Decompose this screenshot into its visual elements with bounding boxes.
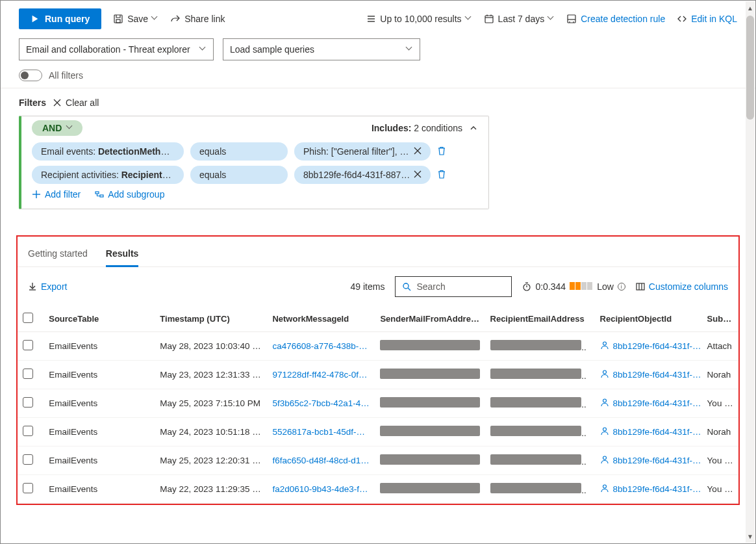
person-icon xyxy=(600,484,609,495)
delete-condition-button[interactable] xyxy=(437,170,446,181)
clear-all-button[interactable]: Clear all xyxy=(53,97,99,108)
scroll-up-icon[interactable]: ▲ xyxy=(746,1,755,14)
cell-network-message-id[interactable]: fa2d0610-9b43-4de3-f7… xyxy=(267,475,375,504)
add-subgroup-button[interactable]: Add subgroup xyxy=(95,189,164,200)
run-query-button[interactable]: Run query xyxy=(19,8,101,29)
add-filter-button[interactable]: Add filter xyxy=(32,189,81,200)
close-icon[interactable] xyxy=(414,146,422,157)
column-header[interactable]: RecipientObjectId xyxy=(595,306,702,332)
share-link-button[interactable]: Share link xyxy=(170,14,225,24)
condition-value-pill[interactable]: 8bb129fe-f6d4-431f-8872… xyxy=(294,166,431,184)
table-row[interactable]: EmailEventsMay 24, 2023 10:51:18 PM55268… xyxy=(18,418,738,447)
table-row[interactable]: EmailEventsMay 28, 2023 10:03:40 PMca476… xyxy=(18,332,738,361)
cell-recipient-email: .. xyxy=(485,475,595,504)
share-icon xyxy=(170,14,181,24)
cell-source: EmailEvents xyxy=(44,447,155,475)
row-checkbox[interactable] xyxy=(18,475,44,504)
row-checkbox[interactable] xyxy=(18,332,44,361)
customize-columns-label: Customize columns xyxy=(649,281,728,292)
condition-operator-pill[interactable]: equals xyxy=(190,166,288,184)
table-row[interactable]: EmailEventsMay 25, 2023 7:15:10 PM5f3b65… xyxy=(18,389,738,418)
customize-columns-button[interactable]: Customize columns xyxy=(636,281,728,292)
cell-recipient-object-id[interactable]: 8bb129fe-f6d4-431f-… xyxy=(595,475,702,504)
export-button[interactable]: Export xyxy=(28,281,67,292)
delete-condition-button[interactable] xyxy=(437,146,446,157)
table-row[interactable]: EmailEventsMay 23, 2023 12:31:33 PM97122… xyxy=(18,361,738,389)
cell-subject: You ha xyxy=(702,389,738,418)
collapse-icon[interactable] xyxy=(469,123,478,133)
time-range-dropdown[interactable]: Last 7 days xyxy=(484,14,555,24)
condition-field-pill[interactable]: Email events: DetectionMethods xyxy=(32,142,184,161)
cell-recipient-email: .. xyxy=(485,361,595,389)
cell-recipient-object-id[interactable]: 8bb129fe-f6d4-431f-… xyxy=(595,447,702,475)
save-label: Save xyxy=(127,14,148,24)
condition-value-pill[interactable]: Phish: ["General filter"], Sp… xyxy=(294,142,431,161)
cell-recipient-object-id[interactable]: 8bb129fe-f6d4-431f-… xyxy=(595,418,702,447)
cell-network-message-id[interactable]: f6fac650-d48f-48cd-d1f… xyxy=(267,447,375,475)
results-search-input[interactable]: Search xyxy=(395,276,512,297)
cell-sender xyxy=(375,447,485,475)
results-limit-label: Up to 10,000 results xyxy=(380,14,461,24)
cell-timestamp: May 22, 2023 11:29:35 PM xyxy=(155,475,267,504)
cell-recipient-email: .. xyxy=(485,389,595,418)
group-operator-pill[interactable]: AND xyxy=(32,120,82,136)
scroll-thumb[interactable] xyxy=(746,16,754,120)
cell-sender xyxy=(375,389,485,418)
column-header[interactable]: NetworkMessageId xyxy=(267,306,375,332)
svg-point-35 xyxy=(603,428,606,431)
chevron-down-icon xyxy=(152,16,158,22)
includes-summary: Includes: 2 conditions xyxy=(372,123,462,133)
code-icon xyxy=(677,14,687,24)
column-header[interactable]: SourceTable xyxy=(44,306,155,332)
cell-network-message-id[interactable]: 5f3b65c2-7bcb-42a1-4d… xyxy=(267,389,375,418)
table-row[interactable]: EmailEventsMay 25, 2023 12:20:31 PMf6fac… xyxy=(18,447,738,475)
column-header[interactable]: SenderMailFromAddress xyxy=(375,306,485,332)
table-row[interactable]: EmailEventsMay 22, 2023 11:29:35 PMfa2d0… xyxy=(18,475,738,504)
redacted-value xyxy=(380,397,479,408)
schema-scope-value: Email and collaboration - Threat explore… xyxy=(26,44,190,55)
info-icon[interactable]: i xyxy=(618,283,625,291)
edit-kql-button[interactable]: Edit in KQL xyxy=(677,14,737,24)
download-icon xyxy=(28,282,37,291)
row-checkbox[interactable] xyxy=(18,447,44,475)
column-header[interactable]: Timestamp (UTC) xyxy=(155,306,267,332)
svg-point-37 xyxy=(603,485,606,488)
person-icon xyxy=(600,398,609,409)
chevron-down-icon xyxy=(548,16,555,22)
cell-recipient-object-id[interactable]: 8bb129fe-f6d4-431f-… xyxy=(595,361,702,389)
select-all-header[interactable] xyxy=(18,306,44,332)
all-filters-toggle[interactable] xyxy=(19,70,42,81)
create-detection-button[interactable]: Create detection rule xyxy=(566,14,665,24)
tab-getting-started[interactable]: Getting started xyxy=(28,243,88,266)
cell-subject: Attach xyxy=(702,332,738,361)
cell-network-message-id[interactable]: ca476608-a776-438b-a8… xyxy=(267,332,375,361)
tab-results[interactable]: Results xyxy=(106,243,139,267)
sample-queries-select[interactable]: Load sample queries xyxy=(223,38,420,60)
row-checkbox[interactable] xyxy=(18,361,44,389)
cell-recipient-object-id[interactable]: 8bb129fe-f6d4-431f-… xyxy=(595,332,702,361)
condition-operator-pill[interactable]: equals xyxy=(190,142,288,161)
group-operator-label: AND xyxy=(42,123,62,133)
cell-source: EmailEvents xyxy=(44,418,155,447)
results-limit-dropdown[interactable]: Up to 10,000 results xyxy=(366,14,472,24)
close-icon xyxy=(53,98,62,107)
cell-network-message-id[interactable]: 971228df-ff42-478c-0f5… xyxy=(267,361,375,389)
calendar-icon xyxy=(484,14,494,24)
cell-network-message-id[interactable]: 5526817a-bcb1-45df-76… xyxy=(267,418,375,447)
redacted-value xyxy=(490,397,582,408)
row-checkbox[interactable] xyxy=(18,389,44,418)
schema-scope-select[interactable]: Email and collaboration - Threat explore… xyxy=(19,38,214,60)
cell-subject: You ha xyxy=(702,447,738,475)
row-checkbox[interactable] xyxy=(18,418,44,447)
chevron-down-icon xyxy=(200,46,207,53)
cell-recipient-object-id[interactable]: 8bb129fe-f6d4-431f-… xyxy=(595,389,702,418)
vertical-scrollbar[interactable]: ▲ ▼ xyxy=(746,1,755,543)
scroll-down-icon[interactable]: ▼ xyxy=(746,530,755,543)
condition-field-pill[interactable]: Recipient activities: RecipientObj… xyxy=(32,166,184,184)
save-button[interactable]: Save xyxy=(113,14,158,24)
column-header[interactable]: RecipientEmailAddress xyxy=(485,306,595,332)
run-query-label: Run query xyxy=(45,14,90,24)
column-header[interactable]: Subject xyxy=(702,306,738,332)
share-link-label: Share link xyxy=(184,14,225,24)
close-icon[interactable] xyxy=(414,170,422,180)
